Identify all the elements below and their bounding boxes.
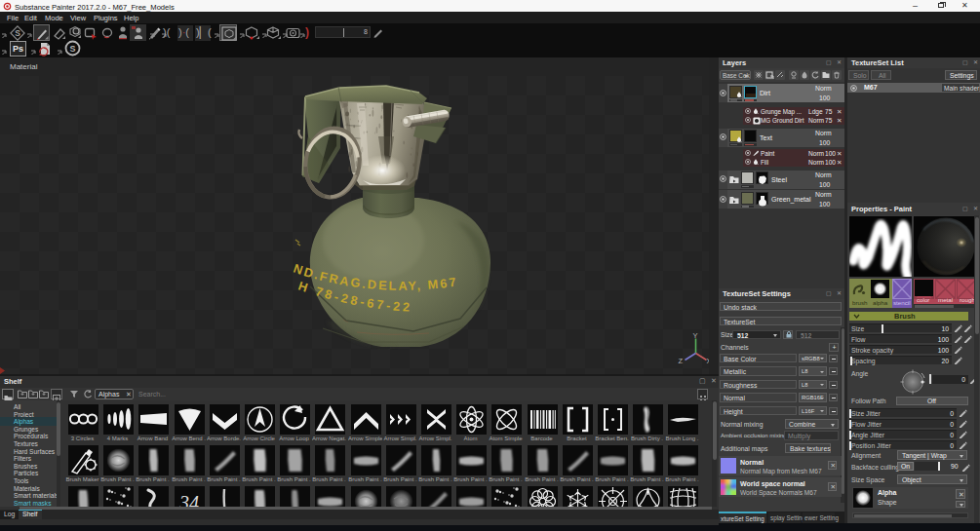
svg-text:S: S: [15, 28, 20, 38]
svg-text:S: S: [69, 44, 75, 54]
svg-text:Y: Y: [693, 331, 698, 340]
svg-text:34: 34: [178, 492, 199, 507]
svg-text:Z: Z: [679, 357, 684, 365]
